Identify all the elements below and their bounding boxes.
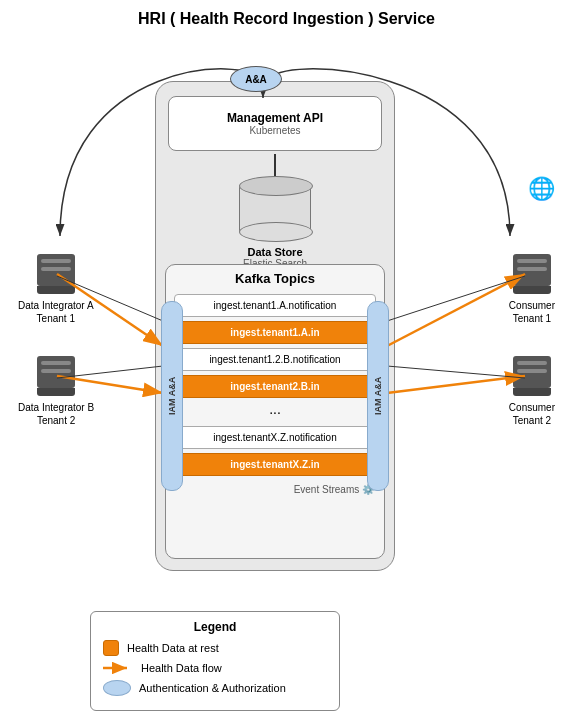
kafka-title: Kafka Topics	[166, 265, 384, 290]
server-icon-c1	[513, 254, 551, 296]
kafka-box: Kafka Topics ingest.tenant1.A.notificati…	[165, 264, 385, 559]
iam-left: IAM A&A	[161, 301, 183, 491]
integrator-b-label: Data Integrator BTenant 2	[18, 401, 94, 427]
svg-line-6	[387, 274, 525, 346]
legend-item-auth: Authentication & Authorization	[103, 680, 327, 696]
cloud-icon: 🌐	[528, 176, 555, 202]
iam-right: IAM A&A	[367, 301, 389, 491]
svg-line-7	[387, 376, 525, 393]
aaa-oval: A&A	[230, 66, 282, 92]
topic-t2-notif: ingest.tenant1.2.B.notification	[174, 348, 376, 371]
legend-item-rest: Health Data at rest	[103, 640, 327, 656]
integrator-a: Data Integrator ATenant 1	[18, 254, 94, 325]
legend-color-health-data	[103, 640, 119, 656]
consumer-2: ConsumerTenant 2	[509, 356, 555, 427]
topic-tx-notif: ingest.tenantX.Z.notification	[174, 426, 376, 449]
topic-t1-notif: ingest.tenant1.A.notification	[174, 294, 376, 317]
legend-arrow-flow	[103, 660, 133, 676]
consumer-2-label: ConsumerTenant 2	[509, 401, 555, 427]
svg-line-11	[387, 366, 525, 378]
legend-box: Legend Health Data at rest Health Data f…	[90, 611, 340, 711]
legend-item-flow: Health Data flow	[103, 660, 327, 676]
consumer-1: ConsumerTenant 1	[509, 254, 555, 325]
topic-t1-in: ingest.tenant1.A.in	[174, 321, 376, 344]
event-streams-label: Event Streams ⚙️	[166, 480, 384, 497]
topic-tx-in: ingest.tenantX.Z.in	[174, 453, 376, 476]
server-icon-c2	[513, 356, 551, 398]
integrator-a-label: Data Integrator ATenant 1	[18, 299, 94, 325]
datastore-title: Data Store	[247, 246, 302, 258]
legend-oval-auth	[103, 680, 131, 696]
server-icon-a	[37, 254, 75, 296]
legend-label-flow: Health Data flow	[141, 662, 222, 674]
mgmt-api-box: Management API Kubernetes	[168, 96, 382, 151]
legend-label-rest: Health Data at rest	[127, 642, 219, 654]
mgmt-api-subtitle: Kubernetes	[249, 125, 300, 136]
diagram: A&A Management API Kubernetes Data Store…	[0, 36, 573, 636]
topic-t2-in: ingest.tenant2.B.in	[174, 375, 376, 398]
svg-line-9	[387, 276, 525, 321]
consumer-1-label: ConsumerTenant 1	[509, 299, 555, 325]
page-title: HRI ( Health Record Ingestion ) Service	[0, 0, 573, 36]
integrator-b: Data Integrator BTenant 2	[18, 356, 94, 427]
mgmt-api-title: Management API	[227, 111, 323, 125]
datastore: Data Store Elastic Search	[215, 184, 335, 269]
server-icon-b	[37, 356, 75, 398]
legend-label-auth: Authentication & Authorization	[139, 682, 286, 694]
topic-dots: ···	[166, 402, 384, 422]
legend-title: Legend	[103, 620, 327, 634]
datastore-cylinder	[239, 184, 311, 234]
